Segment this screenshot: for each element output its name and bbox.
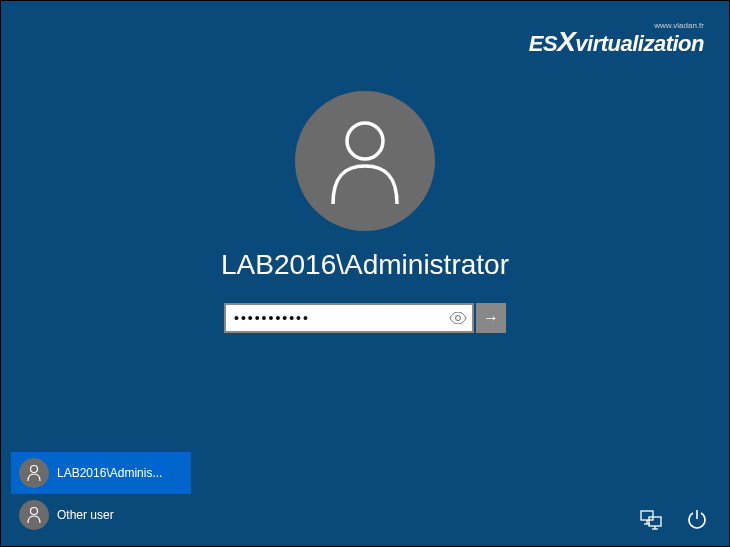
eye-icon [449, 312, 467, 324]
username-display: LAB2016\Administrator [221, 249, 509, 281]
user-tile-administrator[interactable]: LAB2016\Adminis... [11, 452, 191, 494]
watermark-url: www.vladan.fr [529, 21, 704, 30]
network-button[interactable] [637, 506, 665, 534]
user-avatar-large [295, 91, 435, 231]
watermark-logo: www.vladan.fr ESXvirtualization [529, 21, 704, 58]
svg-rect-4 [641, 511, 653, 520]
user-tile-label: Other user [57, 508, 114, 522]
network-icon [639, 510, 663, 530]
person-icon [325, 116, 405, 206]
svg-point-0 [347, 123, 383, 159]
user-avatar-small [19, 458, 49, 488]
password-input[interactable] [224, 303, 444, 333]
svg-point-2 [31, 466, 38, 473]
power-icon [686, 509, 708, 531]
svg-point-1 [456, 316, 461, 321]
svg-rect-5 [649, 517, 661, 526]
user-avatar-small [19, 500, 49, 530]
watermark-brand: ESXvirtualization [529, 31, 704, 56]
arrow-right-icon: → [483, 309, 499, 327]
login-panel: LAB2016\Administrator → [1, 91, 729, 333]
person-icon [26, 464, 42, 482]
svg-point-3 [31, 508, 38, 515]
person-icon [26, 506, 42, 524]
submit-button[interactable]: → [476, 303, 506, 333]
user-tile-other[interactable]: Other user [11, 494, 191, 536]
user-tile-label: LAB2016\Adminis... [57, 466, 162, 480]
accessibility-controls [637, 506, 711, 534]
password-row: → [224, 303, 506, 333]
user-switcher-list: LAB2016\Adminis... Other user [11, 452, 191, 536]
power-button[interactable] [683, 506, 711, 534]
reveal-password-button[interactable] [444, 303, 474, 333]
